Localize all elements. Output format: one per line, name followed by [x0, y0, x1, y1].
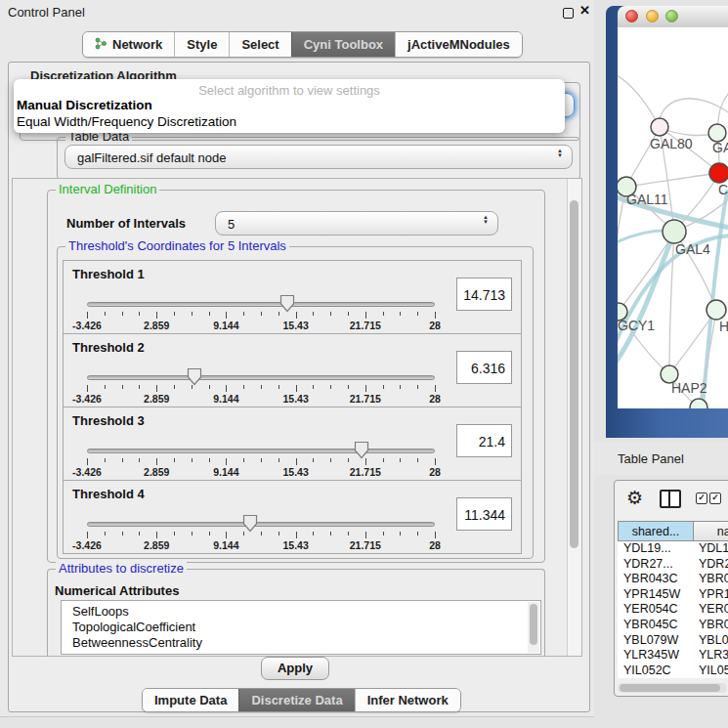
- network-edge[interactable]: [618, 232, 674, 367]
- window-title: Control Panel: [8, 5, 85, 20]
- popup-hint: Select algorithm to view settings: [14, 79, 565, 98]
- table-row[interactable]: YDL19...YDL19: [618, 541, 728, 557]
- table-row[interactable]: YLR345WYLR34: [618, 648, 728, 664]
- cell-name: YIL05: [699, 664, 728, 679]
- node-label: GCY1: [618, 318, 655, 333]
- close-icon[interactable]: ✕: [579, 3, 590, 18]
- threshold-row-3: Threshold 3 -3.4262.8599.14415.4321.7152…: [63, 407, 522, 481]
- slider-thumb[interactable]: [187, 367, 202, 386]
- table-row[interactable]: YPR145WYPR14: [618, 587, 728, 603]
- attribute-item-selfloops[interactable]: SelfLoops: [62, 604, 540, 620]
- float-window-icon[interactable]: [563, 8, 574, 19]
- apply-button[interactable]: Apply: [261, 657, 329, 680]
- slider-track[interactable]: [87, 302, 435, 307]
- table-row[interactable]: YDR27...YDR27: [618, 557, 728, 573]
- slider-thumb[interactable]: [242, 514, 258, 533]
- list-scroll-thumb[interactable]: [530, 604, 537, 645]
- gear-icon[interactable]: ⚙: [626, 487, 643, 509]
- node-label: GAL80: [650, 136, 693, 151]
- control-panel-window: Control Panel ✕ NetworkStyleSelectCyni T…: [0, 0, 594, 717]
- threshold-label: Threshold 4: [72, 487, 145, 501]
- slider-thumb[interactable]: [279, 294, 295, 313]
- header-cell-name[interactable]: name: [693, 521, 728, 541]
- cell-name: YDL19: [699, 541, 728, 557]
- threshold-value-field[interactable]: 21.4: [456, 424, 512, 457]
- slider[interactable]: -3.4262.8599.14415.4321.71528: [87, 516, 435, 545]
- checkbox-icon[interactable]: ✓: [696, 492, 707, 504]
- network-edge[interactable]: [626, 173, 719, 187]
- tab-label: Infer Network: [367, 693, 449, 707]
- num-intervals-combo[interactable]: 5 ▲▼: [215, 211, 498, 236]
- tab-jactivemnodules[interactable]: jActiveMNodules: [395, 32, 522, 57]
- header-cell-shared-name[interactable]: shared...: [618, 521, 694, 541]
- popup-option-manual-discretization[interactable]: Manual Discretization: [14, 98, 565, 114]
- cell-shared-name: YBL079W: [623, 633, 678, 649]
- slider-track[interactable]: [87, 522, 435, 527]
- bottom-tab-bar: Impute DataDiscretize DataInfer Network: [142, 688, 461, 712]
- network-view-window: GAL80GACGAL11GAL4GCY1HHAP2: [606, 6, 728, 438]
- tab-infer-network[interactable]: Infer Network: [355, 689, 460, 711]
- slider[interactable]: -3.4262.8599.14415.4321.71528: [87, 443, 435, 472]
- network-node-c[interactable]: [709, 163, 728, 183]
- cell-shared-name: YLR345W: [623, 648, 679, 664]
- slider-thumb[interactable]: [354, 441, 369, 459]
- table-row[interactable]: YIL052CYIL05: [618, 664, 728, 679]
- numerical-attributes-label: Numerical Attributes: [55, 583, 179, 598]
- cell-name: YBR04: [699, 572, 728, 587]
- network-node-gal80[interactable]: [651, 118, 668, 136]
- num-intervals-value: 5: [228, 217, 235, 232]
- checkbox-icon[interactable]: ✓: [709, 492, 721, 504]
- horizontal-scrollbar[interactable]: [618, 683, 727, 693]
- table-row[interactable]: YBR045CYBR04: [618, 618, 728, 633]
- zoom-button[interactable]: [665, 10, 678, 22]
- threshold-value-field[interactable]: 11.344: [456, 497, 512, 531]
- network-node-h[interactable]: [707, 300, 726, 320]
- vertical-scroll-thumb[interactable]: [570, 200, 578, 548]
- screen: Control Panel ✕ NetworkStyleSelectCyni T…: [0, 0, 728, 728]
- threshold-value-field[interactable]: 14.713: [456, 278, 512, 311]
- cell-shared-name: YER054C: [623, 602, 678, 618]
- network-canvas[interactable]: GAL80GACGAL11GAL4GCY1HHAP2: [618, 27, 728, 408]
- titlebar: Control Panel ✕: [0, 0, 594, 25]
- slider[interactable]: -3.4262.8599.14415.4321.71528: [87, 369, 435, 399]
- tab-cyni-toolbox[interactable]: Cyni Toolbox: [291, 32, 395, 57]
- network-node-gal4[interactable]: [663, 220, 686, 243]
- horizontal-scroll-thumb[interactable]: [620, 684, 720, 692]
- slider-track[interactable]: [87, 375, 435, 380]
- columns-icon[interactable]: [660, 490, 681, 508]
- top-tab-bar: NetworkStyleSelectCyni ToolboxjActiveMNo…: [82, 31, 523, 58]
- tab-network[interactable]: Network: [83, 32, 174, 57]
- slider-track[interactable]: [87, 449, 435, 453]
- table-data-combo[interactable]: galFiltered.sif default node ▲▼: [64, 145, 573, 169]
- list-scrollbar[interactable]: [528, 602, 539, 653]
- popup-option-equal-width-frequency-discretization[interactable]: Equal Width/Frequency Discretization: [14, 114, 565, 131]
- network-edge[interactable]: [669, 232, 674, 374]
- threshold-value-field[interactable]: 6.316: [456, 351, 512, 384]
- tab-style[interactable]: Style: [174, 32, 229, 57]
- vertical-scrollbar[interactable]: [567, 179, 581, 656]
- attributes-list[interactable]: SelfLoopsTopologicalCoefficientBetweenne…: [61, 600, 541, 655]
- close-button[interactable]: [625, 10, 638, 22]
- table-panel-window: ⚙ ✓ ✓ shared... name YDL19...YDL19YDR27.…: [614, 480, 728, 697]
- cell-shared-name: YDL19...: [623, 541, 671, 557]
- cell-name: YBL07: [699, 633, 728, 649]
- network-icon: [95, 37, 107, 53]
- node-label: HAP2: [671, 380, 707, 396]
- attribute-item-topologicalcoefficient[interactable]: TopologicalCoefficient: [62, 620, 540, 635]
- attribute-item-betweennesscentrality[interactable]: BetweennessCentrality: [62, 635, 540, 651]
- tab-select[interactable]: Select: [229, 32, 290, 57]
- tab-discretize-data[interactable]: Discretize Data: [238, 689, 354, 711]
- tab-impute-data[interactable]: Impute Data: [143, 689, 238, 711]
- network-edge[interactable]: [618, 72, 660, 127]
- attributes-group-title: Attributes to discretize: [56, 562, 187, 576]
- table-body: YDL19...YDL19YDR27...YDR27YBR043CYBR04YP…: [618, 541, 728, 678]
- table-row[interactable]: YBL079WYBL07: [618, 633, 728, 649]
- cell-name: YPR14: [699, 587, 728, 603]
- cell-name: YDR27: [699, 557, 728, 573]
- table-row[interactable]: YER054CYER05: [618, 602, 728, 618]
- table-row[interactable]: YBR043CYBR04: [618, 572, 728, 587]
- cell-name: YER05: [699, 602, 728, 618]
- table-data-combo-value: galFiltered.sif default node: [77, 150, 226, 165]
- slider[interactable]: -3.4262.8599.14415.4321.71528: [87, 296, 435, 325]
- minimize-button[interactable]: [646, 10, 659, 22]
